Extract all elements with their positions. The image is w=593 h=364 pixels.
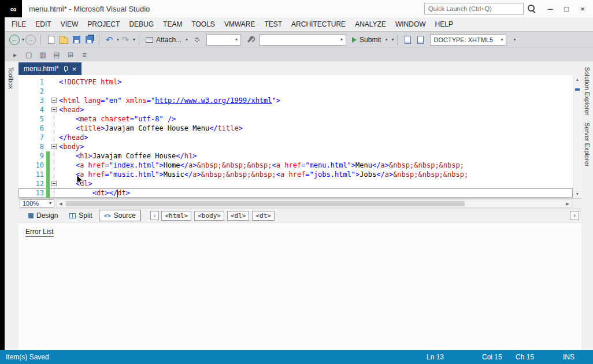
fold-margin[interactable] <box>50 105 59 114</box>
horizontal-scroll-track[interactable] <box>65 200 564 207</box>
minimize-button[interactable]: ─ <box>542 2 558 16</box>
menu-file[interactable]: FILE <box>7 17 31 31</box>
html-toolbar-icon-6[interactable]: ≡ <box>78 49 91 61</box>
zoom-select[interactable]: 100% ▾ <box>20 199 54 208</box>
status-character-number: Ch 15 <box>516 353 563 361</box>
menu-edit[interactable]: EDIT <box>31 17 55 31</box>
toolbar-overflow-button[interactable]: ▾ <box>512 38 516 42</box>
code-line-7[interactable]: 7</head> <box>18 133 573 142</box>
visual-studio-logo-icon: ∞ <box>5 0 22 17</box>
document-icon <box>405 36 411 44</box>
menu-help[interactable]: HELP <box>431 17 458 31</box>
fold-margin[interactable] <box>50 179 59 188</box>
breadcrumb-dt[interactable]: <dt> <box>252 211 275 221</box>
html-toolbar-icon-3[interactable]: ▥ <box>36 49 49 61</box>
document-button-1[interactable] <box>402 34 413 46</box>
tab-menu-html[interactable]: menu.html* × <box>18 62 81 75</box>
menu-debug[interactable]: DEBUG <box>124 17 158 31</box>
server-explorer-tab[interactable]: Server Explorer <box>582 121 592 168</box>
submit-button[interactable]: Submit ▾ <box>349 35 390 45</box>
menu-architecture[interactable]: ARCHITECTURE <box>287 17 350 31</box>
code-line-6[interactable]: 6 <title>Javajam Coffee House Menu</titl… <box>18 124 573 133</box>
toolbar-dropdown-2[interactable]: ▾ <box>260 34 346 46</box>
code-line-5[interactable]: 5 <meta charset="utf-8" /> <box>18 114 573 124</box>
toolbar-dropdown-1[interactable]: ▾ <box>206 34 241 46</box>
view-split-button[interactable]: Split <box>64 210 97 221</box>
code-line-14[interactable]: 14 </dl> <box>18 198 573 198</box>
undo-button[interactable]: ↶ <box>103 34 115 46</box>
scroll-down-icon[interactable]: ▼ <box>576 190 580 198</box>
document-button-2[interactable] <box>414 34 426 46</box>
breadcrumb-back-button[interactable]: ‹ <box>150 211 160 220</box>
fold-margin[interactable] <box>50 96 59 105</box>
toolbox-tab[interactable]: Toolbox <box>6 66 16 90</box>
menu-vmware[interactable]: VMWARE <box>220 17 260 31</box>
horizontal-scroll-thumb[interactable] <box>66 201 465 206</box>
doctype-select[interactable]: DOCTYPE: XHTML5 ▾ <box>430 34 506 46</box>
chevron-down-icon[interactable]: ▾ <box>22 38 24 42</box>
status-insert-mode[interactable]: INS <box>563 353 593 361</box>
error-list-tab[interactable]: Error List <box>25 228 54 237</box>
toolbar-tool-button[interactable] <box>244 34 256 46</box>
solution-explorer-tab[interactable]: Solution Explorer <box>582 66 592 117</box>
menu-view[interactable]: VIEW <box>56 17 83 31</box>
code-line-9[interactable]: 9 <h1>Javajam Coffee House</h1> <box>18 151 573 161</box>
code-line-8[interactable]: 8<body> <box>18 142 573 151</box>
fold-margin[interactable] <box>50 142 59 151</box>
html-toolbar-icon-2[interactable]: ▢ <box>23 49 35 61</box>
menu-project[interactable]: PROJECT <box>83 17 124 31</box>
menu-tools[interactable]: TOOLS <box>187 17 219 31</box>
code-line-13[interactable]: 13 <dt></dt> <box>18 188 573 198</box>
vertical-scroll-track[interactable] <box>573 84 581 190</box>
chevron-down-icon[interactable]: ▾ <box>391 38 394 42</box>
html-toolbar-icon-4[interactable]: ▤ <box>50 49 63 61</box>
menu-team[interactable]: TEAM <box>158 17 187 31</box>
code-line-4[interactable]: 4<head> <box>18 105 573 114</box>
code-line-3[interactable]: 3<html lang="en" xmlns="http://www.w3.or… <box>18 96 573 105</box>
quick-launch-input[interactable] <box>424 3 524 15</box>
pin-icon[interactable] <box>63 66 68 72</box>
status-message: Item(s) Saved <box>6 353 49 361</box>
save-button[interactable] <box>71 34 82 46</box>
tab-close-icon[interactable]: × <box>72 65 77 73</box>
breadcrumb-html[interactable]: <html> <box>161 211 191 221</box>
redo-button[interactable]: ↷ <box>120 34 131 46</box>
maximize-button[interactable]: □ <box>558 2 575 16</box>
navigate-forward-button[interactable]: → <box>25 35 36 45</box>
close-button[interactable]: × <box>575 2 591 16</box>
code-text: <dl> <box>59 179 573 188</box>
toolbar-options-button[interactable] <box>191 34 203 46</box>
code-line-11[interactable]: 11 <a href="music.html">Music</a>&nbsp;&… <box>18 170 573 179</box>
code-line-1[interactable]: 1<!DOCTYPE html> <box>18 77 573 87</box>
vertical-scrollbar[interactable]: ▲ ▼ <box>573 75 581 198</box>
save-all-button[interactable] <box>83 34 95 46</box>
scroll-up-icon[interactable]: ▲ <box>576 75 580 84</box>
view-source-button[interactable]: <>Source <box>99 210 141 221</box>
attach-button[interactable]: Attach... ▾ <box>143 35 191 45</box>
scroll-left-icon[interactable]: ◀ <box>57 199 65 208</box>
view-design-button[interactable]: Design <box>23 210 63 221</box>
open-file-button[interactable] <box>58 34 69 46</box>
fold-collapse-icon[interactable] <box>51 98 57 103</box>
code-editor[interactable]: 1<!DOCTYPE html>23<html lang="en" xmlns=… <box>18 75 581 198</box>
search-icon[interactable] <box>527 4 536 13</box>
fold-margin <box>50 198 59 198</box>
code-line-12[interactable]: 12 <dl> <box>18 179 573 188</box>
menu-analyze[interactable]: ANALYZE <box>350 17 391 31</box>
html-toolbar-icon-1[interactable]: ▸ <box>9 49 21 61</box>
new-file-button[interactable] <box>45 34 57 46</box>
horizontal-scrollbar[interactable]: ◀ ▶ <box>56 199 572 208</box>
navigate-backward-button[interactable]: ← <box>9 35 20 45</box>
fold-margin <box>50 87 59 96</box>
menu-window[interactable]: WINDOW <box>391 17 431 31</box>
menu-test[interactable]: TEST <box>260 17 287 31</box>
breadcrumb-body[interactable]: <body> <box>194 211 224 221</box>
code-line-2[interactable]: 2 <box>18 87 573 96</box>
html-toolbar-icon-5[interactable]: ⊞ <box>64 49 77 61</box>
chevron-down-icon[interactable]: ▾ <box>133 38 135 42</box>
code-line-10[interactable]: 10 <a href="index.html">Home</a>&nbsp;&n… <box>18 161 573 170</box>
breadcrumb-forward-button[interactable]: › <box>570 211 579 220</box>
scroll-right-icon[interactable]: ▶ <box>564 199 572 208</box>
breadcrumb-dl[interactable]: <dl> <box>227 211 250 221</box>
chevron-down-icon[interactable]: ▾ <box>117 38 119 42</box>
